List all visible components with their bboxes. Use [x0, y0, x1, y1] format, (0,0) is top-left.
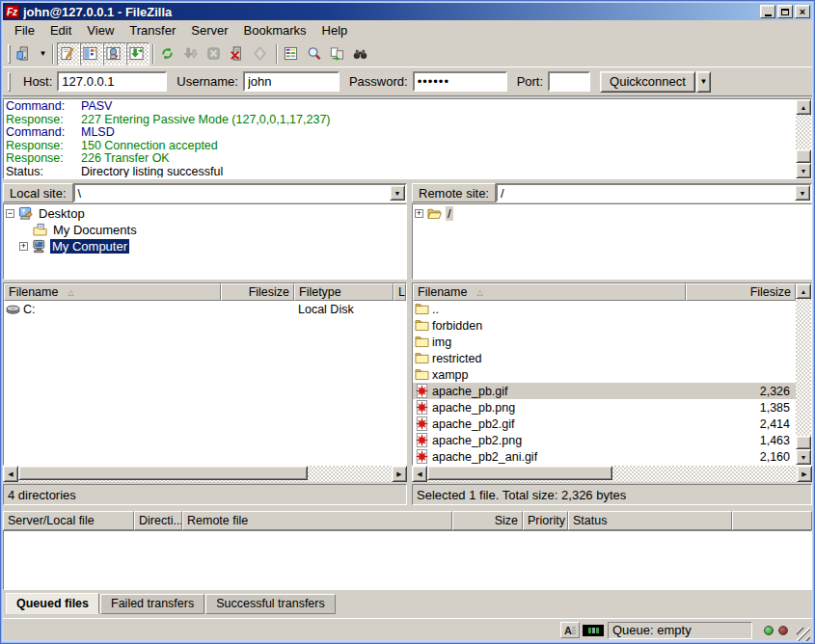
scroll-thumb[interactable] [427, 466, 612, 480]
file-row[interactable]: img [413, 334, 796, 350]
file-row-selected[interactable]: apache_pb.gif2,326 [413, 383, 796, 399]
tab-failed-transfers[interactable]: Failed transfers [100, 594, 204, 614]
local-site-combo[interactable]: \ ▼ [73, 183, 407, 202]
column-last-modified[interactable]: L [394, 283, 406, 301]
tab-queued-files[interactable]: Queued files [6, 593, 99, 614]
minimize-button[interactable] [760, 5, 775, 18]
toggle-queue-button[interactable] [126, 42, 149, 66]
scroll-right-button[interactable]: ▶ [392, 466, 407, 482]
port-label: Port: [517, 74, 543, 89]
tree-item-my-computer[interactable]: + My Computer [6, 238, 404, 255]
site-manager-button[interactable] [14, 42, 37, 66]
scroll-up-button[interactable]: ▲ [796, 283, 811, 299]
filezilla-logo-icon: Fz [5, 5, 19, 18]
directory-filter-button[interactable] [281, 42, 304, 66]
column-direction[interactable]: Directi... [134, 511, 182, 530]
title-bar[interactable]: Fz john@127.0.0.1 - FileZilla × [3, 3, 812, 20]
scroll-down-button[interactable]: ▼ [796, 449, 811, 465]
menu-help[interactable]: Help [314, 21, 356, 40]
quickconnect-dropdown[interactable]: ▼ [696, 71, 711, 93]
scroll-track[interactable] [18, 466, 392, 482]
scroll-track[interactable] [796, 115, 811, 163]
chevron-down-icon[interactable]: ▼ [390, 185, 405, 201]
quickconnect-button[interactable]: Quickconnect [600, 71, 695, 93]
synchronized-browsing-button[interactable] [327, 42, 350, 66]
process-queue-button[interactable] [180, 42, 204, 66]
directory-comparison-button[interactable] [304, 42, 327, 66]
password-input[interactable] [413, 71, 507, 92]
file-row[interactable]: forbidden [413, 317, 796, 334]
log-vertical-scrollbar[interactable]: ▲ ▼ [796, 99, 811, 178]
scroll-down-button[interactable]: ▼ [796, 163, 811, 178]
column-filetype[interactable]: Filetype [294, 283, 394, 301]
menu-server[interactable]: Server [183, 21, 235, 40]
column-size[interactable]: Size [452, 511, 523, 530]
folder-icon [415, 318, 429, 333]
transfer-type-indicator-icon[interactable]: A [560, 622, 580, 638]
scroll-thumb[interactable] [796, 436, 811, 449]
expand-icon[interactable]: + [19, 242, 28, 251]
column-filename[interactable]: Filename△ [4, 283, 221, 301]
menu-edit[interactable]: Edit [42, 21, 79, 40]
column-filesize[interactable]: Filesize [686, 283, 796, 301]
scroll-up-button[interactable]: ▲ [796, 99, 811, 115]
quickconnect-grabber[interactable] [8, 72, 11, 92]
remote-site-combo[interactable]: / ▼ [496, 183, 812, 202]
local-horizontal-scrollbar[interactable]: ◀ ▶ [3, 466, 407, 482]
close-button[interactable]: × [795, 5, 810, 18]
toggle-remote-tree-button[interactable] [103, 42, 126, 66]
file-search-button[interactable] [350, 42, 373, 66]
scroll-track[interactable] [796, 299, 811, 449]
column-priority[interactable]: Priority [523, 511, 568, 530]
toggle-local-tree-button[interactable] [80, 42, 103, 66]
site-manager-dropdown[interactable]: ▼ [37, 42, 49, 66]
menu-bookmarks[interactable]: Bookmarks [236, 21, 314, 40]
menu-transfer[interactable]: Transfer [122, 21, 183, 40]
username-input[interactable] [243, 71, 340, 92]
remote-vertical-scrollbar[interactable]: ▲ ▼ [796, 283, 811, 465]
maximize-button[interactable] [777, 5, 793, 18]
refresh-button[interactable] [157, 42, 180, 66]
file-row[interactable]: apache_pb.png1,385 [413, 399, 796, 416]
cancel-operation-button[interactable] [204, 42, 227, 66]
image-file-icon [415, 384, 429, 398]
file-row[interactable]: apache_pb2.png1,463 [413, 432, 796, 448]
queue-list[interactable] [3, 530, 812, 590]
port-input[interactable] [548, 71, 590, 92]
file-row-c-drive[interactable]: C: Local Disk [4, 301, 406, 317]
chevron-down-icon[interactable]: ▼ [795, 185, 810, 201]
toolbar-grabber[interactable] [8, 44, 11, 64]
file-row[interactable]: apache_pb2_ani.gif2,160 [413, 448, 796, 465]
scroll-track[interactable] [427, 466, 797, 482]
column-filename[interactable]: Filename△ [413, 283, 686, 301]
file-row[interactable]: apache_pb2.gif2,414 [413, 416, 796, 432]
scroll-right-button[interactable]: ▶ [797, 466, 812, 482]
scroll-left-button[interactable]: ◀ [3, 466, 18, 482]
column-remote-file[interactable]: Remote file [182, 511, 452, 530]
tree-item-root[interactable]: + / [415, 205, 809, 222]
file-row[interactable]: restricted [413, 350, 796, 366]
scroll-thumb[interactable] [796, 149, 811, 163]
tab-successful-transfers[interactable]: Successful transfers [205, 594, 336, 614]
column-server-local-file[interactable]: Server/Local file [3, 511, 134, 530]
tree-item-desktop[interactable]: − Desktop [6, 205, 404, 222]
scroll-left-button[interactable]: ◀ [412, 466, 427, 482]
reconnect-button[interactable] [250, 42, 273, 66]
collapse-icon[interactable]: − [6, 209, 14, 218]
expand-icon[interactable]: + [415, 209, 423, 218]
scroll-thumb[interactable] [18, 466, 308, 480]
column-status[interactable]: Status [568, 511, 732, 530]
resize-grip[interactable] [797, 628, 810, 641]
disconnect-button[interactable] [227, 42, 250, 66]
tree-item-my-documents[interactable]: My Documents [6, 222, 404, 238]
toggle-message-log-button[interactable] [57, 42, 80, 66]
toolbar-separator [276, 44, 278, 64]
file-row[interactable]: .. [413, 301, 796, 317]
file-row[interactable]: xampp [413, 366, 796, 383]
remote-horizontal-scrollbar[interactable]: ◀ ▶ [412, 466, 812, 482]
menu-view[interactable]: View [79, 21, 122, 40]
host-input[interactable] [57, 71, 167, 92]
column-filesize[interactable]: Filesize [221, 283, 294, 301]
encryption-indicator-icon[interactable] [583, 625, 604, 636]
menu-file[interactable]: File [7, 21, 42, 40]
